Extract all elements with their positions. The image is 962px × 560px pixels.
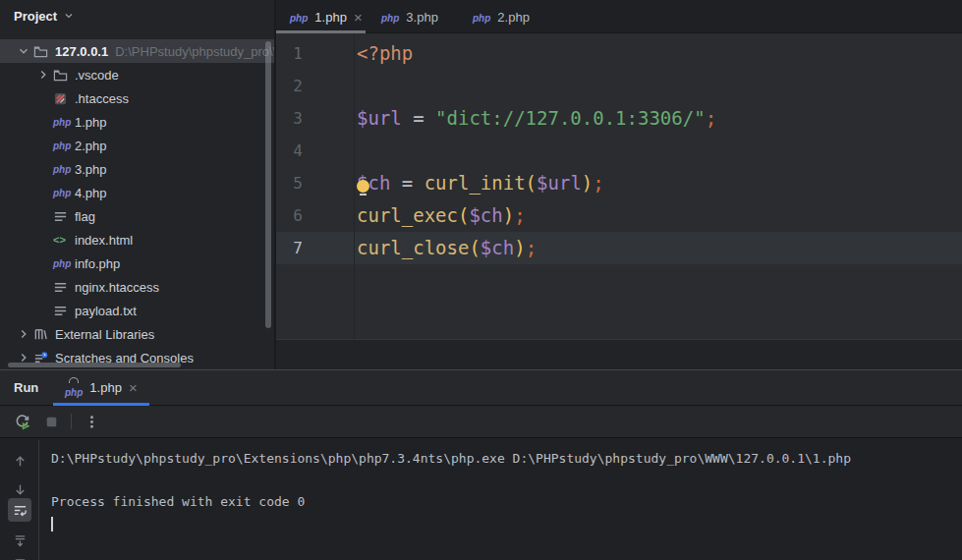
- editor-tab-1-php[interactable]: php1.php×: [274, 0, 366, 33]
- project-horizontal-scrollbar[interactable]: [8, 363, 181, 367]
- tree-item-4-php[interactable]: php4.php: [0, 181, 274, 204]
- run-panel-title: Run: [0, 380, 53, 395]
- php-file-icon: php: [53, 164, 75, 175]
- tree-item-label: 2.php: [75, 139, 107, 153]
- project-vertical-scrollbar[interactable]: [265, 41, 271, 328]
- tree-item--htaccess[interactable]: .htaccess: [0, 86, 274, 110]
- run-tab-1php[interactable]: php 1.php ×: [53, 370, 149, 406]
- line-number[interactable]: 5: [274, 167, 354, 199]
- text-icon: [53, 280, 75, 295]
- tree-item-label: nginx.htaccess: [75, 280, 159, 295]
- line-number[interactable]: 6: [274, 199, 354, 232]
- intention-bulb-icon[interactable]: [357, 180, 369, 193]
- editor-tab-bar: php1.php×php3.phpphp2.php: [274, 0, 962, 33]
- project-tree: 127.0.0.1D:\PHPstudy\phpstudy_pro\W.vsco…: [0, 39, 274, 369]
- php-file-icon: php: [53, 140, 75, 151]
- line-number[interactable]: 4: [274, 135, 354, 167]
- tree-item-external-libraries[interactable]: External Libraries: [0, 322, 274, 346]
- code-line-2[interactable]: 2: [274, 70, 962, 102]
- close-tab-icon[interactable]: ×: [354, 10, 363, 25]
- tree-item-payload-txt[interactable]: payload.txt: [0, 299, 274, 322]
- tree-item-label: External Libraries: [55, 327, 154, 342]
- code-line-5[interactable]: 5$ch = curl_init($url);: [274, 167, 962, 199]
- tree-item-flag[interactable]: flag: [0, 204, 274, 228]
- tree-item-3-php[interactable]: php3.php: [0, 157, 274, 181]
- tree-item-label: 4.php: [75, 186, 107, 200]
- project-title: Project: [14, 9, 57, 24]
- gutter-separator: [354, 33, 355, 339]
- chevron-right-icon[interactable]: [33, 68, 53, 82]
- editor-tab-3-php[interactable]: php3.php: [366, 0, 457, 33]
- tree-item-nginx-htaccess[interactable]: nginx.htaccess: [0, 275, 274, 299]
- editor-tab-label: 2.php: [497, 10, 530, 25]
- console-output[interactable]: D:\PHPstudy\phpstudy_pro\Extensions\php\…: [39, 440, 962, 560]
- line-number[interactable]: 1: [274, 37, 354, 70]
- tree-item-1-php[interactable]: php1.php: [0, 110, 274, 134]
- code-text: curl_close($ch);: [354, 232, 537, 264]
- stop-button[interactable]: [41, 412, 61, 431]
- tree-item-label: info.php: [75, 256, 120, 271]
- code-editor[interactable]: 1<?php23$url = "dict://127.0.0.1:3306/";…: [274, 33, 962, 339]
- chevron-down-icon: [63, 10, 75, 22]
- more-options-button[interactable]: [82, 412, 101, 431]
- scroll-to-end-button[interactable]: [8, 529, 31, 552]
- console-line: Process finished with exit code 0: [51, 491, 962, 513]
- toolbar-separator: [71, 414, 72, 429]
- php-file-icon: php: [53, 117, 75, 128]
- php-file-icon: php: [473, 10, 490, 25]
- tree-item-info-php[interactable]: phpinfo.php: [0, 252, 274, 275]
- soft-wrap-button[interactable]: [8, 498, 31, 522]
- php-file-icon: php: [53, 258, 75, 269]
- code-text: $ch = curl_init($url);: [354, 167, 604, 199]
- ide-window: Project 127.0.0.1D:\PHPstudy\phpstudy_pr…: [0, 0, 962, 560]
- run-tab-label: 1.php: [89, 380, 122, 395]
- console-line: D:\PHPstudy\phpstudy_pro\Extensions\php\…: [51, 448, 962, 470]
- code-line-1[interactable]: 1<?php: [274, 37, 962, 70]
- code-line-3[interactable]: 3$url = "dict://127.0.0.1:3306/";: [274, 102, 962, 135]
- tree-item--vscode[interactable]: .vscode: [0, 63, 274, 86]
- tree-item-127-0-0-1[interactable]: 127.0.0.1D:\PHPstudy\phpstudy_pro\W: [0, 39, 274, 63]
- editor-tab-label: 1.php: [314, 10, 347, 25]
- clear-partial-button[interactable]: [8, 552, 31, 560]
- php-file-icon: php: [381, 10, 399, 25]
- run-console: D:\PHPstudy\phpstudy_pro\Extensions\php\…: [0, 440, 962, 560]
- panel-splitter[interactable]: [274, 0, 276, 369]
- code-text: $url = "dict://127.0.0.1:3306/";: [354, 102, 716, 135]
- project-header[interactable]: Project: [0, 0, 274, 31]
- run-tab-close-icon[interactable]: ×: [129, 380, 138, 395]
- tree-item-2-php[interactable]: php2.php: [0, 134, 274, 157]
- scroll-up-button[interactable]: [8, 449, 31, 473]
- chevron-right-icon[interactable]: [14, 327, 33, 341]
- editor-bottom-strip: [274, 339, 962, 369]
- php-file-icon: php: [290, 10, 308, 25]
- run-panel: Run php 1.php × D:\PHPstudy\phpstudy_pro…: [0, 369, 962, 560]
- htaccess-icon: [53, 91, 75, 106]
- run-header: Run php 1.php ×: [0, 370, 962, 406]
- run-toolbar: [0, 406, 962, 438]
- code-line-6[interactable]: 6curl_exec($ch);: [274, 199, 962, 232]
- line-number[interactable]: 3: [274, 102, 354, 135]
- php-file-icon: php: [53, 188, 75, 198]
- console-line: [51, 470, 962, 491]
- code-text: <?php: [354, 37, 413, 70]
- tree-item-label: flag: [75, 209, 95, 224]
- tree-item-index-html[interactable]: <>index.html: [0, 228, 274, 252]
- editor-tab-2-php[interactable]: php2.php: [457, 0, 548, 33]
- chevron-down-icon[interactable]: [14, 44, 33, 58]
- rerun-button[interactable]: [12, 412, 31, 431]
- project-root-path: D:\PHPstudy\phpstudy_pro\W: [115, 44, 274, 59]
- code-text: curl_exec($ch);: [354, 199, 526, 232]
- project-panel: Project 127.0.0.1D:\PHPstudy\phpstudy_pr…: [0, 0, 274, 369]
- console-caret: [51, 517, 53, 532]
- tree-item-label: payload.txt: [75, 304, 137, 318]
- text-icon: [53, 209, 75, 224]
- tree-item-label: 127.0.0.1: [55, 44, 108, 59]
- tree-item-label: 3.php: [75, 162, 107, 177]
- line-number[interactable]: 2: [274, 70, 354, 102]
- folder-icon: [33, 44, 55, 59]
- editor-zone: php1.php×php3.phpphp2.php 1<?php23$url =…: [274, 0, 962, 369]
- code-line-4[interactable]: 4: [274, 135, 962, 167]
- line-number[interactable]: 7: [274, 232, 354, 264]
- code-line-7[interactable]: 7curl_close($ch);: [274, 232, 962, 264]
- tree-item-label: 1.php: [75, 115, 107, 130]
